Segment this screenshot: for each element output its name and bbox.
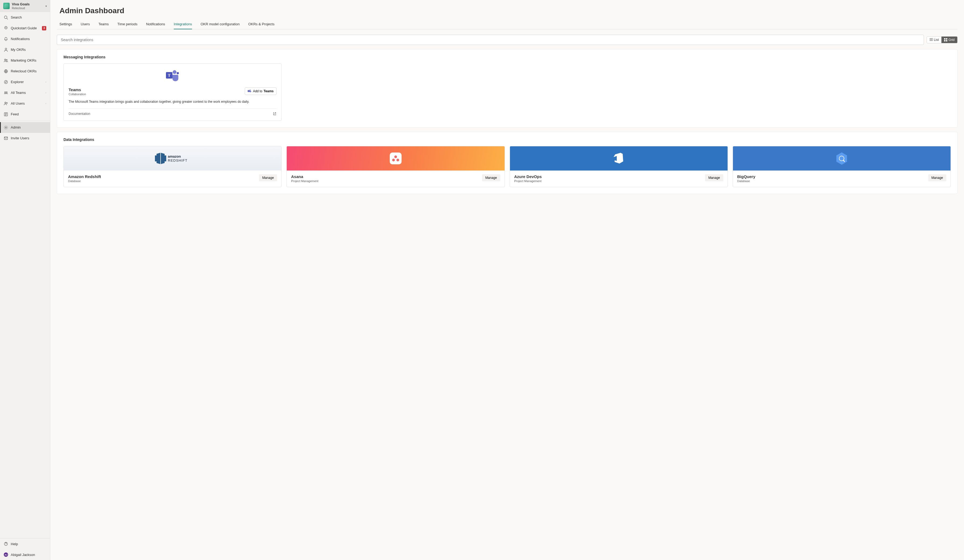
manage-button[interactable]: Manage (928, 174, 946, 181)
integration-card-asana: Asana Project Management Manage (287, 146, 505, 187)
manage-button[interactable]: Manage (705, 174, 723, 181)
org-switcher[interactable]: Viva Goals Relecloud ▾ (0, 0, 50, 12)
integration-category: Collaboration (68, 93, 86, 96)
users-icon (4, 101, 8, 106)
tab-okrs-projects[interactable]: OKRs & Projects (248, 20, 275, 29)
sidebar-item-marketing-okrs[interactable]: Marketing OKRs (0, 55, 50, 66)
svg-text:amazon: amazon (168, 155, 181, 158)
sidebar-item-label: Feed (11, 112, 46, 116)
compass-icon (4, 80, 8, 84)
svg-rect-17 (944, 40, 945, 41)
messaging-section: Messaging Integrations T (57, 49, 957, 127)
sidebar-item-explorer[interactable]: Explorer › (0, 77, 50, 88)
sidebar-item-label: My OKRs (11, 47, 46, 52)
sidebar-item-help[interactable]: Help (0, 539, 50, 549)
sidebar-item-invite[interactable]: Invite Users (0, 133, 50, 143)
user-name: Abigail Jackson (11, 553, 46, 557)
sidebar-footer: Help AJ Abigail Jackson (0, 538, 50, 560)
sidebar-item-all-teams[interactable]: All Teams › (0, 88, 50, 98)
mail-icon (4, 136, 8, 140)
integration-description: The Microsoft Teams integration brings g… (68, 99, 277, 104)
integration-card-redshift: amazon REDSHIFT Amazon Redshift Database… (64, 146, 282, 187)
sidebar-item-all-users[interactable]: All Users › (0, 98, 50, 109)
sidebar-item-search[interactable]: Search (0, 12, 50, 23)
banner (510, 147, 728, 171)
sidebar-item-notifications[interactable]: Notifications (0, 34, 50, 44)
integration-category: Project Management (291, 179, 318, 182)
person-icon (4, 47, 8, 52)
banner (733, 147, 951, 171)
tab-integrations[interactable]: Integrations (174, 20, 192, 29)
add-to-teams-button[interactable]: T Add to Teams (245, 88, 277, 95)
search-icon (4, 15, 8, 20)
svg-point-25 (249, 90, 251, 91)
svg-rect-18 (946, 40, 947, 41)
svg-text:T: T (168, 73, 171, 78)
svg-point-9 (5, 102, 6, 103)
tab-notifications[interactable]: Notifications (146, 20, 165, 29)
documentation-link[interactable]: Documentation (68, 112, 90, 116)
chevron-down-icon: ▾ (46, 5, 47, 8)
integration-category: Database (68, 179, 101, 182)
sidebar-item-admin[interactable]: Admin (0, 122, 50, 133)
sidebar-item-label: Notifications (11, 37, 46, 41)
svg-point-6 (4, 80, 8, 84)
sidebar-item-label: All Teams (11, 91, 46, 95)
sidebar-item-label: Explorer (11, 80, 46, 84)
svg-point-22 (177, 72, 179, 74)
sidebar-item-label: Invite Users (11, 136, 46, 140)
svg-point-7 (5, 92, 6, 93)
people-icon (4, 59, 8, 63)
chevron-right-icon: › (46, 91, 46, 94)
integration-name: BigQuery (737, 174, 756, 179)
tab-teams[interactable]: Teams (98, 20, 109, 29)
list-icon (930, 38, 933, 41)
svg-point-2 (5, 48, 7, 50)
org-subtitle: Relecloud (12, 7, 46, 10)
org-logo-icon (3, 3, 10, 9)
tab-users[interactable]: Users (81, 20, 90, 29)
sidebar-item-feed[interactable]: Feed (0, 109, 50, 120)
integration-name: Azure DevOps (514, 174, 542, 179)
tab-settings[interactable]: Settings (59, 20, 72, 29)
page-title: Admin Dashboard (59, 7, 955, 15)
manage-button[interactable]: Manage (482, 174, 500, 181)
sidebar-item-profile[interactable]: AJ Abigail Jackson (0, 549, 50, 560)
feed-icon (4, 112, 8, 116)
banner: amazon REDSHIFT (64, 147, 281, 171)
tab-time-periods[interactable]: Time periods (117, 20, 137, 29)
view-toggle: List Grid (927, 36, 957, 43)
sidebar-item-label: Help (11, 542, 46, 546)
svg-rect-13 (4, 137, 8, 140)
integration-category: Database (737, 179, 756, 182)
svg-point-12 (5, 127, 7, 128)
integration-card-teams: T Teams Collaboration T A (64, 63, 282, 121)
sidebar-item-label: Admin (11, 125, 46, 129)
bigquery-logo-icon (836, 152, 847, 164)
external-link-icon[interactable] (273, 112, 277, 116)
sidebar-item-relecloud-okrs[interactable]: Relecloud OKRs (0, 66, 50, 77)
search-input[interactable] (57, 35, 924, 45)
bell-icon (4, 37, 8, 41)
svg-point-10 (7, 103, 8, 104)
svg-rect-27 (155, 155, 156, 161)
integration-name: Amazon Redshift (68, 174, 101, 179)
sidebar-item-quickstart[interactable]: Quickstart Guide 3 (0, 23, 50, 34)
svg-point-1 (6, 28, 6, 28)
integration-name: Asana (291, 174, 318, 179)
view-grid-button[interactable]: Grid (941, 37, 957, 43)
view-list-button[interactable]: List (927, 37, 942, 43)
badge: 3 (42, 26, 46, 30)
gear-icon (4, 125, 8, 130)
help-icon (4, 542, 8, 546)
sidebar-item-label: Marketing OKRs (11, 59, 46, 62)
org-title: Viva Goals (12, 2, 46, 7)
svg-rect-15 (944, 38, 945, 39)
amazon-redshift-logo-icon: amazon REDSHIFT (154, 152, 192, 165)
sidebar-item-label: Search (11, 15, 46, 20)
sidebar: Viva Goals Relecloud ▾ Search Quickstart… (0, 0, 50, 560)
tab-okr-model[interactable]: OKR model configuration (201, 20, 239, 29)
teams-icon (4, 91, 8, 95)
manage-button[interactable]: Manage (259, 174, 277, 181)
sidebar-item-my-okrs[interactable]: My OKRs (0, 44, 50, 55)
